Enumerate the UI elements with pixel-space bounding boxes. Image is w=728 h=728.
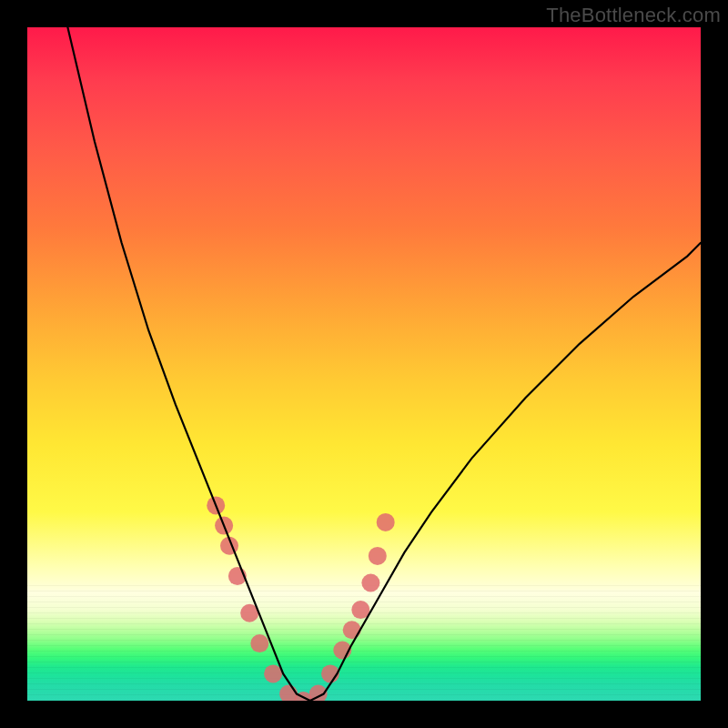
outer-frame: TheBottleneck.com [0,0,728,728]
marker-dot [361,574,379,592]
plot-area [27,27,701,701]
watermark-text: TheBottleneck.com [546,4,721,27]
marker-dot [264,664,282,682]
bottleneck-curve [67,27,701,701]
chart-svg [27,27,701,701]
marker-dot [250,634,268,652]
marker-dot [343,621,361,639]
marker-group [207,496,395,701]
marker-dot [377,513,395,531]
marker-dot [369,547,387,565]
